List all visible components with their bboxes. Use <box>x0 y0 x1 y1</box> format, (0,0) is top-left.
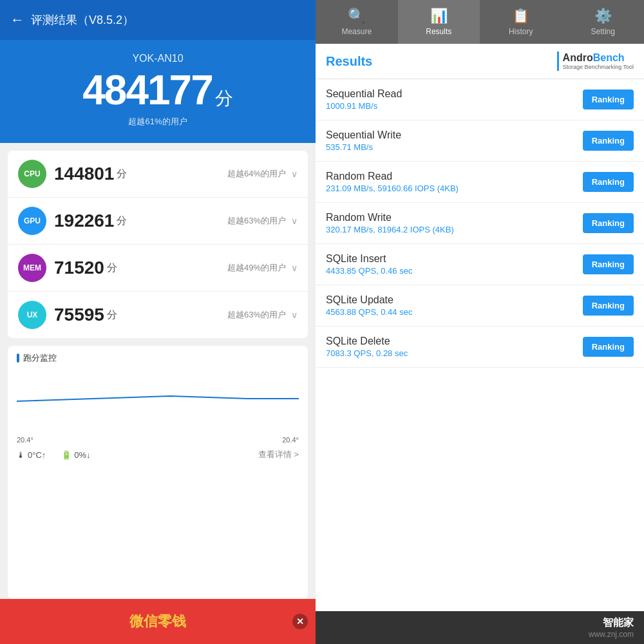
setting-icon: ⚙️ <box>594 8 612 24</box>
logo-text-container: AndroBench Storage Benchmarking Tool <box>563 52 634 70</box>
total-score-container: 484177分 <box>10 70 305 111</box>
tab-results-label: Results <box>426 27 451 36</box>
temp-labels: 20.4° 20.4° <box>17 436 299 444</box>
gpu-unit: 分 <box>117 214 127 228</box>
temp-stat: 🌡 0°C↑ <box>17 450 46 460</box>
cpu-unit: 分 <box>117 167 127 181</box>
ux-chevron-icon: ∨ <box>291 310 298 320</box>
andro-text: Andro <box>563 52 593 63</box>
bench-info-sqlite-insert: SQLite Insert 4433.85 QPS, 0.46 sec <box>326 253 583 276</box>
ux-surpass: 超越63%的用户 <box>227 309 286 321</box>
page-title: 评测结果（V8.5.2） <box>31 12 134 28</box>
bench-info-sqlite-update: SQLite Update 4563.88 QPS, 0.44 sec <box>326 294 583 317</box>
androbench-logo: AndroBench Storage Benchmarking Tool <box>557 52 634 71</box>
wechat-banner[interactable]: 微信零钱 ✕ <box>0 599 316 644</box>
sub-scores: CPU 144801 分 超越64%的用户 ∨ GPU 192261 分 超越6… <box>8 151 308 338</box>
monitor-title: 跑分监控 <box>17 352 299 364</box>
bench-value-sequential-write: 535.71 MB/s <box>326 142 583 152</box>
bench-name-random-read: Random Read <box>326 171 583 182</box>
bench-info-sqlite-delete: SQLite Delete 7083.3 QPS, 0.28 sec <box>326 336 583 358</box>
bench-value-random-write: 320.17 MB/s, 81964.2 IOPS (4KB) <box>326 225 583 234</box>
temp-left: 20.4° <box>17 436 33 444</box>
sub-score-cpu[interactable]: CPU 144801 分 超越64%的用户 ∨ <box>8 151 308 198</box>
mem-score: 71520 <box>54 258 104 278</box>
bench-info-sequential-read: Sequential Read 1000.91 MB/s <box>326 88 583 111</box>
bench-value-sqlite-insert: 4433.85 QPS, 0.46 sec <box>326 266 583 276</box>
cpu-chevron-icon: ∨ <box>291 169 298 179</box>
temp-value: 0°C↑ <box>28 450 46 460</box>
score-unit: 分 <box>215 88 233 108</box>
bench-name-sqlite-delete: SQLite Delete <box>326 336 583 347</box>
logo-subtitle: Storage Benchmarking Tool <box>563 64 634 70</box>
bench-info-random-read: Random Read 231.09 MB/s, 59160.66 IOPS (… <box>326 171 583 193</box>
bench-row-random-read: Random Read 231.09 MB/s, 59160.66 IOPS (… <box>316 162 644 203</box>
tab-setting-label: Setting <box>591 27 615 36</box>
battery-icon: 🔋 <box>61 450 71 460</box>
ranking-button-sequential-read[interactable]: Ranking <box>583 90 634 109</box>
bench-row-sqlite-update: SQLite Update 4563.88 QPS, 0.44 sec Rank… <box>316 285 644 327</box>
ranking-button-sqlite-insert[interactable]: Ranking <box>583 254 634 274</box>
ux-badge: UX <box>18 301 46 329</box>
brand-name: 智能家 <box>589 616 634 630</box>
chart-area <box>17 369 299 433</box>
bench-value-random-read: 231.09 MB/s, 59160.66 IOPS (4KB) <box>326 184 583 193</box>
benchmark-list: Sequential Read 1000.91 MB/s Ranking Seq… <box>316 79 644 611</box>
bottom-bar: 智能家 www.znj.com <box>316 611 644 644</box>
monitor-section: 跑分监控 20.4° 20.4° 🌡 0°C↑ 🔋 0%↓ 查看详情 > <box>8 346 308 599</box>
cpu-surpass: 超越64%的用户 <box>227 168 286 180</box>
logo-bar <box>557 52 559 71</box>
cpu-score: 144801 <box>54 164 114 184</box>
sub-score-mem[interactable]: MEM 71520 分 超越49%的用户 ∨ <box>8 245 308 292</box>
results-icon: 📊 <box>430 8 448 24</box>
temp-right: 20.4° <box>282 436 299 444</box>
bench-name-sqlite-update: SQLite Update <box>326 294 583 306</box>
gpu-score: 192261 <box>54 211 114 231</box>
mem-unit: 分 <box>107 261 117 275</box>
thermometer-icon: 🌡 <box>17 450 25 460</box>
tab-measure[interactable]: 🔍 Measure <box>316 0 398 44</box>
banner-close-button[interactable]: ✕ <box>292 614 308 629</box>
gpu-surpass: 超越63%的用户 <box>227 215 286 227</box>
bench-info-sequential-write: Sequential Write 535.71 MB/s <box>326 129 583 152</box>
results-title: Results <box>326 54 372 69</box>
back-button[interactable]: ← <box>10 12 24 28</box>
chart-svg <box>17 369 299 414</box>
results-header: Results AndroBench Storage Benchmarking … <box>316 44 644 79</box>
tab-measure-label: Measure <box>341 27 372 36</box>
sub-score-ux[interactable]: UX 75595 分 超越63%的用户 ∨ <box>8 292 308 338</box>
brand-url: www.znj.com <box>589 630 634 639</box>
tab-history[interactable]: 📋 History <box>480 0 562 44</box>
bench-row-sequential-read: Sequential Read 1000.91 MB/s Ranking <box>316 79 644 120</box>
total-score: 484177 <box>82 67 213 113</box>
right-panel: 🔍 Measure 📊 Results 📋 History ⚙️ Setting… <box>316 0 644 644</box>
bench-name-random-write: Random Write <box>326 212 583 223</box>
ranking-button-random-write[interactable]: Ranking <box>583 213 634 233</box>
ux-unit: 分 <box>107 308 117 322</box>
mem-chevron-icon: ∨ <box>291 263 298 273</box>
ranking-button-sqlite-update[interactable]: Ranking <box>583 296 634 316</box>
bench-row-random-write: Random Write 320.17 MB/s, 81964.2 IOPS (… <box>316 203 644 244</box>
mem-badge: MEM <box>18 254 46 282</box>
bench-row-sqlite-insert: SQLite Insert 4433.85 QPS, 0.46 sec Rank… <box>316 244 644 285</box>
bench-name-sequential-write: Sequential Write <box>326 129 583 141</box>
bottom-stats: 🌡 0°C↑ 🔋 0%↓ 查看详情 > <box>17 444 299 466</box>
tab-results[interactable]: 📊 Results <box>398 0 480 44</box>
history-icon: 📋 <box>512 8 529 24</box>
bench-name-sqlite-insert: SQLite Insert <box>326 253 583 265</box>
bench-row-sqlite-delete: SQLite Delete 7083.3 QPS, 0.28 sec Ranki… <box>316 327 644 368</box>
ranking-button-sequential-write[interactable]: Ranking <box>583 131 634 151</box>
battery-value: 0%↓ <box>74 450 90 460</box>
tab-setting[interactable]: ⚙️ Setting <box>562 0 645 44</box>
bench-value-sqlite-delete: 7083.3 QPS, 0.28 sec <box>326 348 583 358</box>
banner-text: 微信零钱 <box>129 612 186 631</box>
ranking-button-sqlite-delete[interactable]: Ranking <box>583 337 634 357</box>
cpu-badge: CPU <box>18 160 46 188</box>
ux-score: 75595 <box>54 305 104 325</box>
left-panel: ← 评测结果（V8.5.2） YOK-AN10 484177分 超越61%的用户… <box>0 0 316 644</box>
gpu-chevron-icon: ∨ <box>291 216 298 226</box>
detail-link[interactable]: 查看详情 > <box>258 449 299 460</box>
ranking-button-random-read[interactable]: Ranking <box>583 172 634 192</box>
gpu-badge: GPU <box>18 207 46 235</box>
sub-score-gpu[interactable]: GPU 192261 分 超越63%的用户 ∨ <box>8 198 308 245</box>
battery-stat: 🔋 0%↓ <box>61 450 90 460</box>
